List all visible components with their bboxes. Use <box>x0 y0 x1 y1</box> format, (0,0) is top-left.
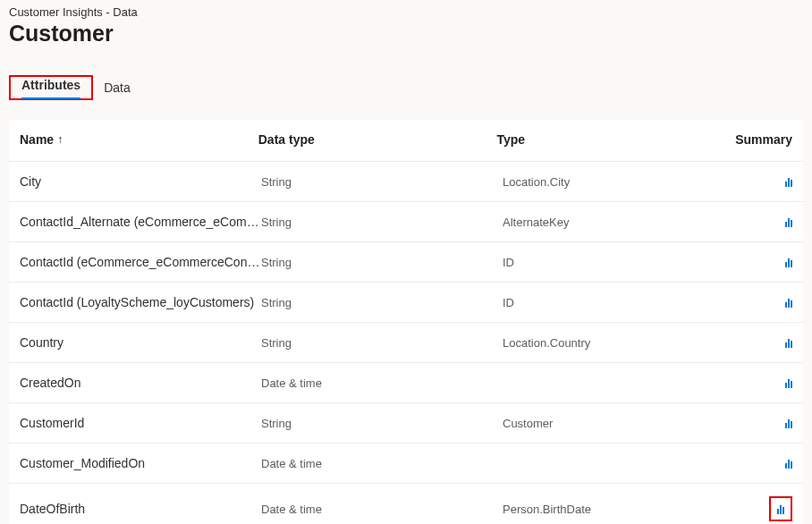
table-row: CustomerId String Customer <box>9 403 803 444</box>
table-row: DateOfBirth Date & time Person.BirthDate <box>9 484 803 524</box>
page-title: Customer <box>9 21 803 46</box>
col-header-summary[interactable]: Summary <box>735 132 792 147</box>
breadcrumb: Customer Insights - Data <box>9 5 803 19</box>
cell-datatype: String <box>261 216 503 229</box>
summary-chart-icon[interactable] <box>785 176 792 187</box>
cell-summary <box>744 337 792 348</box>
cell-name: Country <box>20 335 261 350</box>
summary-chart-icon[interactable] <box>785 216 792 227</box>
attributes-table: Name ↑ Data type Type Summary City Strin… <box>9 120 803 524</box>
col-header-type-label: Type <box>496 132 525 147</box>
col-header-datatype[interactable]: Data type <box>258 132 497 147</box>
cell-type: Location.Country <box>503 336 744 350</box>
summary-chart-icon[interactable] <box>785 337 792 348</box>
cell-name: DateOfBirth <box>20 502 261 516</box>
cell-summary <box>744 496 792 521</box>
cell-type: AlternateKey <box>503 216 744 229</box>
table-row: Customer_ModifiedOn Date & time <box>9 444 803 484</box>
cell-datatype: String <box>261 175 503 189</box>
table-row: ContactId_Alternate (eCommerce_eCommerce… <box>9 202 803 242</box>
cell-name: CustomerId <box>20 416 261 430</box>
table-row: Country String Location.Country <box>9 323 803 363</box>
summary-chart-icon[interactable] <box>785 418 792 428</box>
col-header-name-label: Name <box>20 132 54 147</box>
cell-type: Customer <box>503 417 744 430</box>
cell-summary <box>744 176 792 187</box>
cell-summary <box>744 216 792 227</box>
cell-type: ID <box>503 296 744 309</box>
tab-data[interactable]: Data <box>93 75 141 100</box>
cell-datatype: Date & time <box>261 457 503 470</box>
summary-chart-icon[interactable] <box>785 458 792 469</box>
col-header-name[interactable]: Name ↑ <box>20 132 258 147</box>
cell-datatype: Date & time <box>261 376 503 390</box>
cell-datatype: String <box>261 336 503 350</box>
cell-name: ContactId_Alternate (eCommerce_eCommerce… <box>20 215 261 229</box>
table-body: City String Location.City ContactId_Alte… <box>9 162 803 524</box>
cell-summary <box>744 297 792 308</box>
cell-type: Location.City <box>503 175 744 189</box>
cell-name: Customer_ModifiedOn <box>20 456 261 470</box>
table-header-row: Name ↑ Data type Type Summary <box>9 120 803 162</box>
cell-name: ContactId (eCommerce_eCommerceContacts) <box>20 255 261 269</box>
tab-attributes[interactable]: Attributes <box>11 72 91 97</box>
table-row: ContactId (eCommerce_eCommerceContacts) … <box>9 242 803 283</box>
cell-datatype: String <box>261 256 503 269</box>
tabs: Attributes Data <box>9 75 803 100</box>
summary-chart-icon[interactable] <box>785 377 792 388</box>
summary-chart-icon[interactable] <box>785 297 792 308</box>
cell-datatype: String <box>261 296 503 309</box>
cell-type: ID <box>503 256 744 269</box>
cell-summary <box>744 377 792 388</box>
table-row: CreatedOn Date & time <box>9 363 803 403</box>
cell-name: City <box>20 174 261 189</box>
col-header-datatype-label: Data type <box>258 132 315 147</box>
cell-summary <box>744 418 792 428</box>
highlight-attributes-tab: Attributes <box>9 75 93 100</box>
cell-datatype: String <box>261 417 503 430</box>
col-header-type[interactable]: Type <box>496 132 735 147</box>
cell-name: CreatedOn <box>20 376 261 390</box>
cell-summary <box>744 257 792 267</box>
summary-chart-icon[interactable] <box>785 257 792 267</box>
cell-name: ContactId (LoyaltyScheme_loyCustomers) <box>20 295 261 309</box>
col-header-summary-label: Summary <box>735 132 792 147</box>
cell-summary <box>744 458 792 469</box>
summary-chart-icon[interactable] <box>777 503 784 514</box>
highlight-summary-icon <box>769 496 792 521</box>
sort-asc-icon: ↑ <box>57 133 63 146</box>
table-row: City String Location.City <box>9 162 803 202</box>
table-row: ContactId (LoyaltyScheme_loyCustomers) S… <box>9 283 803 323</box>
cell-type: Person.BirthDate <box>503 503 744 516</box>
cell-datatype: Date & time <box>261 503 503 516</box>
